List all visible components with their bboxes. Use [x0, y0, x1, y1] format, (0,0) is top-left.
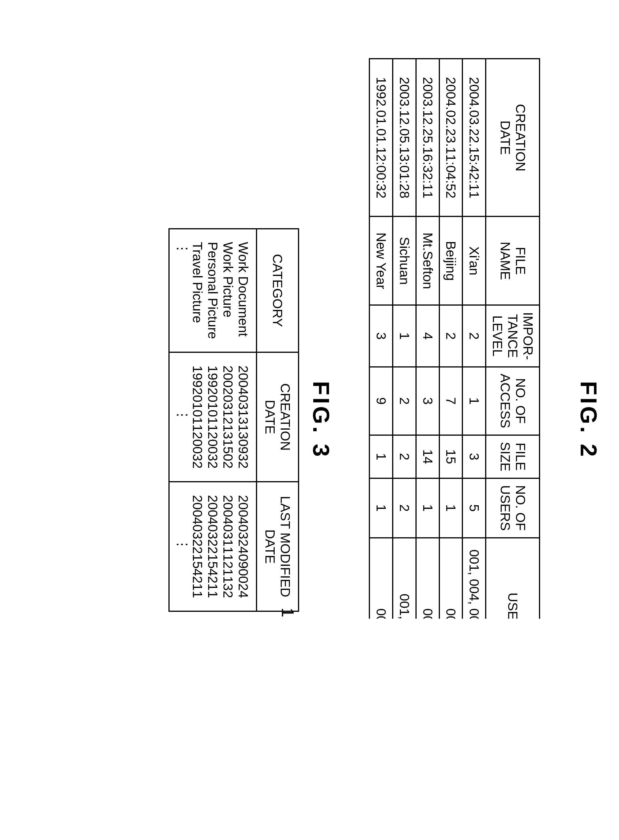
col-modified-date: LAST MODIFIEDDATE — [257, 482, 299, 611]
table-row: 2003.12.25.16:32:11Mt.Sefton43141001P110… — [416, 59, 440, 619]
cell-file_name: Sichuan — [393, 216, 416, 305]
figure-2-title: FIG. 2 — [575, 23, 602, 619]
cell-value: 20040322154211 — [205, 495, 220, 598]
cell-access: 1 — [462, 367, 486, 435]
cell-file_size: 3 — [462, 435, 486, 478]
cell-modified_date: 2004032409002420040311121132200403221542… — [169, 482, 257, 611]
cell-access: 2 — [393, 367, 416, 435]
cell-users: 1 — [440, 478, 463, 537]
cell-users: 1 — [369, 478, 393, 537]
category-tbody: Work DocumentWork PicturePersonal Pictur… — [169, 229, 257, 612]
cell-file_name: New Year — [369, 216, 393, 305]
col-creation-date: CREATIONDATE — [486, 59, 540, 216]
cell-importance: 1 — [393, 305, 416, 367]
cell-value: Travel Picture — [190, 242, 205, 339]
figure-2-ref-label: 118 — [543, 23, 567, 619]
cell-creation_date: 2004.03.22.15:42:11 — [462, 59, 486, 216]
cell-creation_date: 1992.01.01.12:00:32 — [369, 59, 393, 216]
cell-access: 7 — [440, 367, 463, 435]
cell-access: 3 — [416, 367, 440, 435]
col-users: NO. OFUSERS — [486, 478, 540, 537]
cell-value: 20040324090024 — [236, 495, 251, 598]
cell-value: 20040311121132 — [220, 495, 236, 598]
cell-creation_date: 2003.12.05.13:01:28 — [393, 59, 416, 216]
table-row: 2003.12.05.13:01:28Sichuan1222001, 053P1… — [393, 59, 416, 619]
cell-users: 2 — [393, 478, 416, 537]
col-user-id: USER ID — [486, 538, 540, 619]
cell-file_name: Xi'an — [462, 216, 486, 305]
col-category: CATEGORY — [257, 229, 299, 352]
table-header-row: CATEGORY CREATIONDATE LAST MODIFIEDDATE — [257, 229, 299, 612]
cell-file_size: 15 — [440, 435, 463, 478]
cell-importance: 4 — [416, 305, 440, 367]
file-info-tbody: 2004.03.22.15:42:11Xi'an2135001, 004, 00… — [369, 59, 486, 619]
cell-creation_date: 2004031313093220020312131502199201011200… — [169, 352, 257, 482]
col-access: NO. OFACCESS — [486, 367, 540, 435]
cell-category: Work DocumentWork PicturePersonal Pictur… — [169, 229, 257, 352]
cell-importance: 2 — [462, 305, 486, 367]
cell-creation_date: 2004.02.23.11:04:52 — [440, 59, 463, 216]
figure-2: FIG. 2 118 CREATIONDATE FILENAME IMPOR-T… — [369, 23, 602, 619]
table-row: 1992.01.01.12:00:32New Year3911001P11001 — [369, 59, 393, 619]
cell-user_id: 001 — [369, 538, 393, 619]
cell-users: 1 — [416, 478, 440, 537]
cell-file_size: 14 — [416, 435, 440, 478]
figure-3-title: FIG. 3 — [308, 23, 334, 619]
col-creation-date: CREATIONDATE — [257, 352, 299, 482]
cell-value: Work Picture — [220, 242, 236, 339]
cell-creation_date: 2003.12.25.16:32:11 — [416, 59, 440, 216]
table-row: 2004.02.23.11:04:52Beijing27151001P11004 — [440, 59, 463, 619]
cell-user_id: 001 — [416, 538, 440, 619]
ellipsis-icon: ⋮ — [175, 242, 190, 339]
cell-value: 19920101120032 — [205, 366, 220, 468]
cell-file_name: Beijing — [440, 216, 463, 305]
cell-value: Work Document — [236, 242, 251, 339]
table-row: Work DocumentWork PicturePersonal Pictur… — [169, 229, 257, 612]
cell-importance: 2 — [440, 305, 463, 367]
cell-value: 20020312131502 — [220, 366, 236, 468]
figure-3-ref-label: 119 — [278, 608, 302, 619]
figure-3: FIG. 3 119 CATEGORY CREATIONDATE LAST MO… — [168, 23, 334, 619]
cell-value: 20040313130932 — [236, 366, 251, 468]
cell-value: 20040322154211 — [190, 495, 205, 598]
cell-file_size: 1 — [369, 435, 393, 478]
cell-user_id: 001 — [440, 538, 463, 619]
figure-3-ref-number: 119 — [278, 608, 298, 619]
category-table: CATEGORY CREATIONDATE LAST MODIFIEDDATE … — [168, 228, 299, 612]
table-row: 2004.03.22.15:42:11Xi'an2135001, 004, 00… — [462, 59, 486, 619]
file-info-table: CREATIONDATE FILENAME IMPOR-TANCELEVEL N… — [369, 58, 540, 619]
cell-access: 9 — [369, 367, 393, 435]
cell-file_name: Mt.Sefton — [416, 216, 440, 305]
col-file-size: FILESIZE — [486, 435, 540, 478]
ellipsis-icon: ⋮ — [175, 495, 190, 598]
cell-file_size: 2 — [393, 435, 416, 478]
cell-user_id: 001, 053 — [393, 538, 416, 619]
ellipsis-icon: ⋮ — [175, 366, 190, 468]
col-file-name: FILENAME — [486, 216, 540, 305]
cell-value: Personal Picture — [205, 242, 220, 339]
cell-value: 19920101120032 — [190, 366, 205, 468]
table-header-row: CREATIONDATE FILENAME IMPOR-TANCELEVEL N… — [486, 59, 540, 619]
col-importance: IMPOR-TANCELEVEL — [486, 305, 540, 367]
cell-users: 5 — [462, 478, 486, 537]
cell-importance: 3 — [369, 305, 393, 367]
cell-user_id: 001, 004, 009, 001, 053 — [462, 538, 486, 619]
